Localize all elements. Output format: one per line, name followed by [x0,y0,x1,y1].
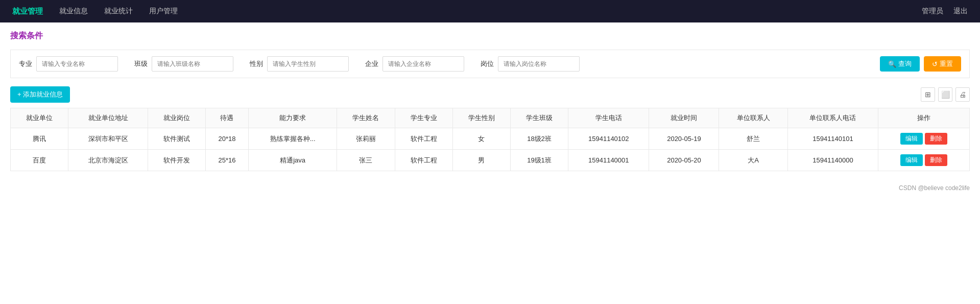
table-cell: 软件开发 [148,150,206,171]
edit-button[interactable]: 编辑 [900,133,923,145]
search-bar: 专业 班级 性别 企业 岗位 🔍 查询 ↺ 重置 [10,50,970,78]
table-cell: 北京市海淀区 [68,150,148,171]
data-table: 就业单位 就业单位地址 就业岗位 待遇 能力要求 学生姓名 学生专业 学生性别 … [10,108,970,171]
nav-item-user-mgmt[interactable]: 用户管理 [149,7,178,16]
input-gender[interactable] [267,56,349,72]
table-cell: 15941140101 [787,128,878,150]
table-row: 腾讯深圳市和平区软件测试20*18熟练掌握各种...张莉丽软件工程女18级2班1… [11,128,970,150]
col-actions: 操作 [878,108,970,128]
input-company[interactable] [383,56,464,72]
col-company: 就业单位 [11,108,68,128]
label-class: 班级 [134,59,148,68]
table-cell: 精通java [248,150,337,171]
search-button[interactable]: 🔍 查询 [880,56,920,72]
table-cell: 15941140102 [568,128,649,150]
table-cell: 19级1班 [510,150,568,171]
delete-button[interactable]: 删除 [925,154,947,166]
nav-brand[interactable]: 就业管理 [12,7,43,16]
col-contact-phone: 单位联系人电话 [787,108,878,128]
table-cell: 2020-05-20 [649,150,719,171]
table-cell: 18级2班 [510,128,568,150]
search-title: 搜索条件 [10,31,970,41]
col-salary: 待遇 [206,108,249,128]
table-cell: 百度 [11,150,68,171]
columns-icon: ⊞ [925,90,931,99]
col-contact: 单位联系人 [719,108,788,128]
edit-button[interactable]: 编辑 [900,154,923,166]
columns-icon-button[interactable]: ⊞ [921,87,935,102]
input-position[interactable] [498,56,580,72]
table-cell: 25*16 [206,150,249,171]
export-icon: ⬜ [941,90,950,99]
nav-item-employment-info[interactable]: 就业信息 [59,7,88,16]
print-icon: 🖨 [959,90,966,99]
add-employment-button[interactable]: + 添加就业信息 [10,86,70,103]
table-cell: 20*18 [206,128,249,150]
delete-button[interactable]: 删除 [925,133,947,145]
col-class: 学生班级 [510,108,568,128]
col-gender: 学生性别 [452,108,510,128]
table-cell: 张莉丽 [337,128,395,150]
table-cell: 软件测试 [148,128,206,150]
page-footer: CSDN @believe code2life [0,179,980,197]
navbar: 就业管理 就业信息 就业统计 用户管理 管理员 退出 [0,0,980,22]
table-cell: 软件工程 [395,128,452,150]
footer-text: CSDN @believe code2life [899,184,970,192]
col-student-name: 学生姓名 [337,108,395,128]
table-cell: 舒兰 [719,128,788,150]
nav-right: 管理员 退出 [922,7,968,16]
input-major[interactable] [36,56,118,72]
table-cell: 女 [452,128,510,150]
toolbar: + 添加就业信息 ⊞ ⬜ 🖨 [10,86,970,103]
table-cell: 熟练掌握各种... [248,128,337,150]
col-phone: 学生电话 [568,108,649,128]
reset-icon: ↺ [932,60,938,68]
table-cell: 15941140001 [568,150,649,171]
table-cell: 大A [719,150,788,171]
table-cell: 腾讯 [11,128,68,150]
label-position: 岗位 [481,59,494,68]
print-icon-button[interactable]: 🖨 [955,87,970,102]
col-position: 就业岗位 [148,108,206,128]
col-date: 就业时间 [649,108,719,128]
table-cell: 深圳市和平区 [68,128,148,150]
toolbar-icons: ⊞ ⬜ 🖨 [921,87,970,102]
col-major: 学生专业 [395,108,452,128]
nav-logout[interactable]: 退出 [953,7,968,16]
col-address: 就业单位地址 [68,108,148,128]
table-cell-actions: 编辑删除 [878,128,970,150]
table-header-row: 就业单位 就业单位地址 就业岗位 待遇 能力要求 学生姓名 学生专业 学生性别 … [11,108,970,128]
table-cell: 张三 [337,150,395,171]
label-gender: 性别 [250,59,263,68]
table-cell: 15941140000 [787,150,878,171]
table-row: 百度北京市海淀区软件开发25*16精通java张三软件工程男19级1班15941… [11,150,970,171]
search-icon: 🔍 [888,60,896,68]
table-cell: 2020-05-19 [649,128,719,150]
table-cell: 男 [452,150,510,171]
table-cell-actions: 编辑删除 [878,150,970,171]
col-skill: 能力要求 [248,108,337,128]
reset-button[interactable]: ↺ 重置 [924,56,961,72]
label-company: 企业 [365,59,378,68]
export-icon-button[interactable]: ⬜ [938,87,952,102]
page-content: 搜索条件 专业 班级 性别 企业 岗位 🔍 查询 ↺ 重置 + 添加就业信息 ⊞ [0,22,980,179]
label-major: 专业 [19,59,32,68]
input-class[interactable] [152,56,233,72]
nav-admin-label: 管理员 [922,7,943,16]
table-cell: 软件工程 [395,150,452,171]
nav-item-employment-stats[interactable]: 就业统计 [104,7,133,16]
